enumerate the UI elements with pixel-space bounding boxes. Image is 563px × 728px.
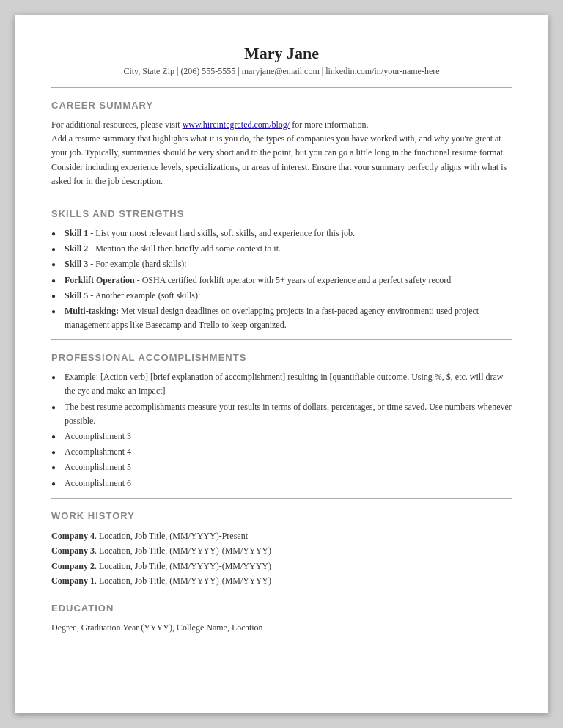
skill-bold: Skill 2 [65,243,88,254]
header-name: Mary Jane [51,44,512,63]
list-item: Accomplishment 6 [51,477,512,490]
company-name: Company 4 [51,531,95,541]
work-history-divider [51,498,512,499]
skills-divider [51,196,512,196]
work-entry: Company 3. Location, Job Title, (MM/YYYY… [51,543,512,558]
company-name: Company 2 [51,561,95,571]
skill-bold: Skill 1 [65,228,88,238]
accomplishments-list: Example: [Action verb] [brief explanatio… [51,370,512,490]
skill-text: - Mention the skill then briefly add som… [88,243,281,254]
accomplishment-text: Example: [Action verb] [brief explanatio… [65,372,504,396]
accomplishment-text: Accomplishment 4 [65,446,131,457]
work-entry: Company 1. Location, Job Title, (MM/YYYY… [51,573,512,588]
work-entry: Company 2. Location, Job Title, (MM/YYYY… [51,559,512,573]
header: Mary Jane City, State Zip | (206) 555-55… [51,44,512,77]
accomplishments-title: PROFESSIONAL ACCOMPLISHMENTS [51,352,512,363]
list-item: Skill 1 - List your most relevant hard s… [51,227,512,240]
career-summary-title: CAREER SUMMARY [51,100,512,111]
accomplishment-text: Accomplishment 5 [65,462,131,472]
career-summary-intro-end: for more information. [290,120,368,130]
skill-bold: Forklift Operation [65,275,135,285]
career-summary-link[interactable]: www.hireintegrated.com/blog/ [183,120,290,130]
list-item: Accomplishment 3 [51,430,512,444]
company-name: Company 3 [51,545,95,556]
accomplishments-divider [51,339,512,340]
accomplishments-section: PROFESSIONAL ACCOMPLISHMENTS Example: [A… [51,352,512,490]
skill-bold: Skill 5 [65,290,88,301]
skill-bold: Multi-tasking: [65,306,119,316]
skill-text: - OSHA certified forklift operator with … [135,275,452,285]
company-details: . Location, Job Title, (MM/YYYY)-(MM/YYY… [95,576,271,586]
skill-text: - List your most relevant hard skills, s… [88,228,355,238]
education-text: Degree, Graduation Year (YYYY), College … [51,621,512,635]
accomplishment-text: Accomplishment 3 [65,431,131,441]
company-details: . Location, Job Title, (MM/YYYY)-(MM/YYY… [95,561,271,571]
company-details: . Location, Job Title, (MM/YYYY)-Present [95,531,248,541]
career-summary-intro: For additional resources, please visit [51,120,183,130]
accomplishment-text: The best resume accomplishments measure … [65,402,512,426]
list-item: Forklift Operation - OSHA certified fork… [51,273,512,287]
career-summary-section: CAREER SUMMARY For additional resources,… [51,100,512,188]
list-item: Example: [Action verb] [brief explanatio… [51,370,512,398]
skills-list: Skill 1 - List your most relevant hard s… [51,227,512,332]
skill-text: Met visual design deadlines on overlappi… [65,306,479,330]
list-item: Skill 2 - Mention the skill then briefly… [51,242,512,256]
career-summary-text: For additional resources, please visit w… [51,118,512,188]
header-contact: City, State Zip | (206) 555-5555 | maryj… [51,66,512,77]
skills-section: SKILLS AND STRENGTHS Skill 1 - List your… [51,208,512,332]
list-item: Accomplishment 4 [51,445,512,459]
company-details: . Location, Job Title, (MM/YYYY)-(MM/YYY… [95,545,271,556]
career-summary-body: Add a resume summary that highlights wha… [51,133,507,186]
education-title: EDUCATION [51,603,512,614]
work-history-title: WORK HISTORY [51,510,512,521]
accomplishment-text: Accomplishment 6 [65,478,131,488]
work-entry: Company 4. Location, Job Title, (MM/YYYY… [51,529,512,543]
header-divider [51,87,512,88]
skills-title: SKILLS AND STRENGTHS [51,208,512,219]
skill-text: - For example (hard skills): [88,259,186,269]
work-history-section: WORK HISTORY Company 4. Location, Job Ti… [51,510,512,589]
list-item: Accomplishment 5 [51,460,512,474]
skill-text: - Another example (soft skills): [88,290,200,301]
education-section: EDUCATION Degree, Graduation Year (YYYY)… [51,603,512,635]
list-item: The best resume accomplishments measure … [51,400,512,428]
resume-page: Mary Jane City, State Zip | (206) 555-55… [15,15,548,713]
company-name: Company 1 [51,576,95,586]
skill-bold: Skill 3 [65,259,88,269]
list-item: Skill 3 - For example (hard skills): [51,257,512,271]
list-item: Skill 5 - Another example (soft skills): [51,289,512,303]
list-item: Multi-tasking: Met visual design deadlin… [51,304,512,332]
